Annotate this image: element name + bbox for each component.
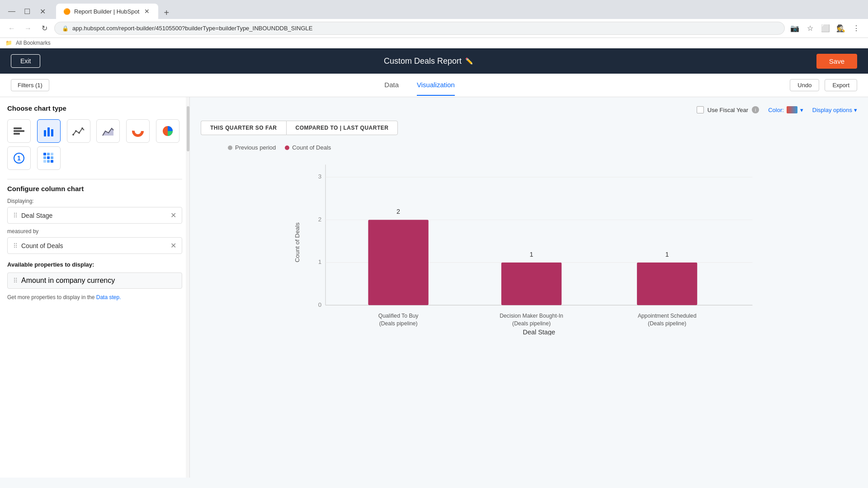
main-layout: Choose chart type — [0, 97, 868, 478]
measured-by-label: measured by — [7, 228, 182, 235]
bar-2 — [501, 263, 561, 305]
active-tab[interactable]: 🟠 Report Builder | HubSpot ✕ — [56, 4, 158, 19]
svg-rect-2 — [14, 133, 20, 135]
available-properties-title: Available properties to display: — [7, 261, 182, 268]
address-bar[interactable]: 🔒 app.hubspot.com/report-builder/4510550… — [54, 22, 785, 35]
count-of-deals-label: Count of Deals — [21, 242, 167, 249]
bookmarks-bar: 📁 All Bookmarks — [0, 38, 868, 48]
svg-text:3: 3 — [318, 173, 321, 180]
chart-type-area[interactable] — [96, 119, 120, 143]
extensions-button[interactable]: ⬜ — [819, 22, 832, 35]
svg-rect-21 — [51, 156, 53, 159]
svg-rect-0 — [14, 127, 22, 129]
svg-rect-5 — [51, 129, 53, 136]
fiscal-year-toggle: Use Fiscal Year i — [697, 106, 759, 113]
svg-point-12 — [136, 129, 140, 133]
svg-text:0: 0 — [318, 301, 321, 308]
minimize-button[interactable]: ― — [5, 5, 18, 18]
chart-type-heatmap[interactable] — [37, 146, 61, 170]
svg-text:Qualified To Buy: Qualified To Buy — [378, 313, 419, 319]
svg-rect-23 — [47, 160, 50, 163]
toolbar: Filters (1) Data Visualization Undo Expo… — [0, 74, 868, 97]
refresh-button[interactable]: ↻ — [38, 22, 51, 35]
drag-handle-icon-2: ⠿ — [13, 242, 18, 249]
edit-title-icon[interactable]: ✏️ — [465, 57, 473, 65]
chart-svg: 3 2 1 0 Count of Deals 2 — [201, 155, 857, 335]
legend-previous-dot — [228, 145, 232, 150]
chart-type-horizontal-bar[interactable] — [7, 119, 31, 143]
close-button[interactable]: ✕ — [36, 5, 49, 18]
forward-button[interactable]: → — [22, 22, 34, 35]
tab-data[interactable]: Data — [384, 75, 399, 96]
tab-favicon: 🟠 — [63, 8, 71, 15]
tab-visualization[interactable]: Visualization — [417, 75, 455, 96]
color-chevron-icon: ▾ — [800, 107, 803, 113]
export-button[interactable]: Export — [825, 79, 857, 91]
svg-marker-10 — [103, 128, 113, 136]
bar-1 — [368, 220, 428, 305]
color-label: Color: — [768, 107, 784, 113]
filters-button[interactable]: Filters (1) — [11, 79, 49, 91]
chart-type-donut[interactable] — [126, 119, 150, 143]
undo-button[interactable]: Undo — [790, 79, 819, 91]
svg-text:1: 1 — [665, 251, 669, 258]
remove-count-button[interactable]: ✕ — [170, 241, 176, 250]
fiscal-year-label: Use Fiscal Year — [708, 107, 748, 113]
displaying-label: Displaying: — [7, 198, 182, 204]
chart-container: 3 2 1 0 Count of Deals 2 — [201, 155, 857, 469]
this-quarter-tab[interactable]: THIS QUARTER SO FAR — [201, 121, 286, 135]
browser-toolbar: ← → ↻ 🔒 app.hubspot.com/report-builder/4… — [0, 19, 868, 38]
chart-type-pie[interactable] — [156, 119, 179, 143]
exit-button[interactable]: Exit — [11, 54, 40, 68]
color-option[interactable]: Color: ▾ — [768, 106, 803, 113]
compared-to-tab[interactable]: COMPARED TO | LAST QUARTER — [286, 121, 398, 135]
sidebar: Choose chart type — [0, 97, 190, 478]
chart-type-line[interactable] — [67, 119, 90, 143]
display-options-button[interactable]: Display options ▾ — [812, 107, 857, 113]
svg-rect-17 — [47, 153, 50, 155]
svg-text:1: 1 — [530, 251, 533, 258]
svg-point-6 — [72, 134, 74, 136]
new-tab-button[interactable]: + — [160, 6, 173, 19]
menu-button[interactable]: ⋮ — [850, 22, 863, 35]
top-nav: Exit Custom Deals Report ✏️ Save — [0, 48, 868, 74]
data-step-link[interactable]: Data step. — [96, 294, 121, 300]
chart-type-vertical-bar[interactable] — [37, 119, 61, 143]
legend-count-of-deals: Count of Deals — [285, 144, 331, 151]
tab-close-button[interactable]: ✕ — [143, 7, 151, 15]
sidebar-scrollbar[interactable] — [186, 97, 189, 478]
display-options-label: Display options — [812, 107, 852, 113]
x-axis-label: Deal Stage — [523, 328, 555, 335]
fiscal-year-checkbox[interactable] — [697, 106, 704, 113]
save-button[interactable]: Save — [816, 54, 857, 69]
legend-previous-label: Previous period — [235, 144, 276, 151]
sidebar-scrollbar-thumb — [187, 106, 189, 151]
remove-deal-stage-button[interactable]: ✕ — [170, 211, 176, 220]
legend-previous-period: Previous period — [228, 144, 276, 151]
toolbar-tabs: Data Visualization — [49, 75, 790, 96]
svg-rect-24 — [51, 160, 53, 163]
toolbar-actions: Undo Export — [790, 79, 857, 91]
svg-text:(Deals pipeline): (Deals pipeline) — [379, 320, 418, 327]
svg-text:2: 2 — [318, 216, 321, 223]
tab-title: Report Builder | HubSpot — [74, 8, 139, 15]
count-of-deals-item: ⠿ Count of Deals ✕ — [7, 237, 182, 254]
svg-text:Appointment Scheduled: Appointment Scheduled — [638, 313, 697, 319]
bookmarks-icon: 📁 — [5, 40, 12, 46]
chart-type-number[interactable]: 1 — [7, 146, 31, 170]
back-button[interactable]: ← — [5, 22, 18, 35]
incognito-button[interactable]: 🕵 — [835, 22, 847, 35]
browser-actions: 📷 ☆ ⬜ 🕵 ⋮ — [788, 22, 863, 35]
legend-count-label: Count of Deals — [292, 144, 331, 151]
chart-tabs: THIS QUARTER SO FAR COMPARED TO | LAST Q… — [201, 121, 857, 135]
svg-point-7 — [75, 130, 77, 132]
star-button[interactable]: ☆ — [804, 22, 816, 35]
report-title: Custom Deals Report ✏️ — [40, 56, 816, 66]
bookmarks-label: All Bookmarks — [16, 40, 51, 46]
svg-rect-19 — [43, 156, 46, 159]
info-icon[interactable]: i — [752, 106, 759, 113]
camera-button[interactable]: 📷 — [788, 22, 801, 35]
display-options-chevron-icon: ▾ — [854, 107, 857, 113]
amount-currency-item[interactable]: ⠿ Amount in company currency — [7, 272, 182, 289]
maximize-button[interactable]: ☐ — [21, 5, 33, 18]
